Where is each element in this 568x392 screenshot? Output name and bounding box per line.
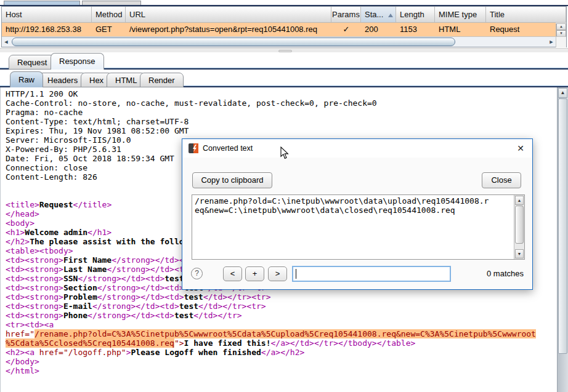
next-match-button[interactable]: > bbox=[268, 266, 287, 281]
code-line: <td><strong>Problem</strong></td><td>tes… bbox=[6, 292, 557, 302]
converted-text-line: /rename.php?old=C:\inetpub\wwwroot\data\… bbox=[195, 196, 512, 206]
history-row-selected[interactable]: http://192.168.253.38 GET /viewreport.ph… bbox=[2, 23, 556, 36]
vertical-scroll-thumb[interactable] bbox=[558, 98, 567, 354]
row-url: /viewreport.php?status=open&rpt=req10544… bbox=[126, 23, 331, 36]
column-header-url[interactable]: URL bbox=[126, 7, 331, 22]
burp-app-icon bbox=[189, 143, 198, 153]
scroll-up-icon[interactable]: ▲ bbox=[515, 196, 524, 205]
code-line: Pragma: no-cache bbox=[6, 108, 557, 117]
converted-text-dialog: Converted text ✕ Copy to clipboard Close… bbox=[182, 138, 533, 290]
sort-ascending-icon bbox=[388, 14, 393, 17]
top-tab-stub-selected[interactable] bbox=[4, 1, 80, 5]
row-length: 1153 bbox=[396, 23, 435, 36]
converted-text-line: eq&new=C:\inetpub\wwwroot\data\closed\re… bbox=[195, 206, 512, 215]
code-line: </html> bbox=[6, 366, 557, 375]
converted-textarea-content: /rename.php?old=C:\inetpub\wwwroot\data\… bbox=[195, 196, 512, 215]
row-title: Request bbox=[486, 23, 556, 36]
burp-suite-window: Host Method URL Params Sta... Length MIM… bbox=[0, 0, 568, 392]
copy-to-clipboard-button[interactable]: Copy to clipboard bbox=[192, 172, 272, 188]
dialog-search-bar: ? < + > 0 matches bbox=[182, 266, 534, 283]
add-button[interactable]: + bbox=[245, 266, 264, 281]
column-header-host[interactable]: Host bbox=[2, 7, 92, 22]
code-line: <td><strong>Phone</strong></td><td>test<… bbox=[6, 311, 557, 320]
split-pane-divider[interactable] bbox=[0, 48, 568, 52]
converted-textarea[interactable]: /rename.php?old=C:\inetpub\wwwroot\data\… bbox=[192, 194, 525, 260]
help-icon[interactable]: ? bbox=[191, 268, 203, 279]
code-line: href="/rename.php?old=C%3A%5Cinetpub%5Cw… bbox=[6, 329, 557, 338]
response-vertical-scrollbar[interactable]: ▲ bbox=[557, 87, 568, 392]
scroll-right-icon[interactable]: ► bbox=[547, 38, 556, 47]
column-header-title[interactable]: Title bbox=[486, 7, 566, 22]
horizontal-scroll-thumb[interactable] bbox=[12, 38, 455, 46]
table-horizontal-scrollbar[interactable]: ◄ ► bbox=[2, 36, 566, 47]
tab-response[interactable]: Response bbox=[51, 53, 104, 70]
http-history-table: Host Method URL Params Sta... Length MIM… bbox=[1, 6, 567, 47]
match-count-label: 0 matches bbox=[487, 269, 524, 278]
code-line: Content-Type: text/html; charset=UTF-8 bbox=[6, 117, 557, 126]
column-header-params[interactable]: Params bbox=[331, 7, 361, 22]
textarea-scrollbar[interactable]: ▲ ▼ bbox=[514, 195, 524, 259]
row-status: 200 bbox=[361, 23, 396, 36]
scroll-up-icon[interactable]: ▲ bbox=[556, 23, 566, 30]
close-button[interactable]: Close bbox=[482, 172, 521, 188]
code-line: Expires: Thu, 19 Nov 1981 08:52:00 GMT bbox=[6, 126, 557, 135]
view-tabbar: Raw Headers Hex HTML Render bbox=[0, 70, 568, 87]
tab-render[interactable]: Render bbox=[140, 73, 184, 87]
tab-headers[interactable]: Headers bbox=[39, 73, 86, 87]
status-column-label: Sta... bbox=[365, 10, 383, 19]
code-line: <td><strong>E-mail</strong></td><td>test… bbox=[6, 302, 557, 311]
column-header-method[interactable]: Method bbox=[92, 7, 126, 22]
row-mime: HTML bbox=[435, 23, 486, 36]
row-params-checkmark-icon: ✓ bbox=[331, 23, 361, 36]
search-field-wrap bbox=[292, 266, 451, 282]
code-line: <h2><a href="/logoff.php">Please Logoff … bbox=[6, 348, 557, 357]
tab-request[interactable]: Request bbox=[9, 55, 55, 70]
textarea-scroll-thumb[interactable] bbox=[515, 206, 524, 244]
history-table-header: Host Method URL Params Sta... Length MIM… bbox=[2, 7, 566, 23]
scroll-down-icon[interactable]: ▼ bbox=[515, 249, 524, 258]
code-line: HTTP/1.1 200 OK bbox=[6, 89, 557, 98]
code-line: <tr><td><a bbox=[6, 320, 557, 329]
scrollbar-corner bbox=[556, 37, 566, 47]
previous-match-button[interactable]: < bbox=[223, 266, 242, 281]
row-host: http://192.168.253.38 bbox=[2, 23, 92, 36]
column-header-mime[interactable]: MIME type bbox=[435, 7, 486, 22]
dialog-titlebar[interactable]: Converted text ✕ bbox=[182, 139, 532, 158]
scroll-left-icon[interactable]: ◄ bbox=[2, 38, 10, 47]
code-line: </body> bbox=[6, 357, 557, 366]
table-vertical-scrollbar[interactable]: ▲ ▼ bbox=[556, 23, 566, 37]
top-tabbar-partial bbox=[0, 0, 568, 6]
search-input[interactable] bbox=[292, 266, 451, 282]
dialog-title: Converted text bbox=[203, 144, 253, 153]
code-line: %5Cdata%5Cclosed%5Creq105441008.req">I h… bbox=[6, 338, 557, 348]
top-tab-stub[interactable] bbox=[82, 1, 141, 5]
code-line: Cache-Control: no-store, no-cache, must-… bbox=[6, 98, 557, 108]
column-header-status[interactable]: Sta... bbox=[361, 7, 396, 22]
close-icon[interactable]: ✕ bbox=[515, 143, 526, 154]
editor-tabbar: Request Response bbox=[0, 52, 568, 70]
tab-raw[interactable]: Raw bbox=[10, 71, 43, 87]
column-header-length[interactable]: Length bbox=[396, 7, 435, 22]
row-method: GET bbox=[92, 23, 126, 36]
scroll-up-icon[interactable]: ▲ bbox=[558, 88, 567, 98]
mouse-cursor bbox=[280, 146, 289, 159]
text-caret bbox=[296, 269, 296, 279]
